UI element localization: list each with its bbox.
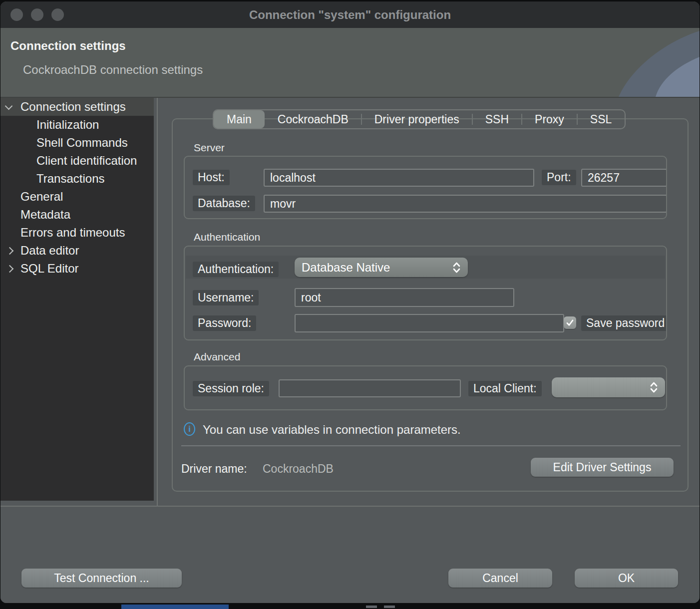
tab-driver-properties[interactable]: Driver properties	[361, 110, 472, 128]
sidebar-item-general[interactable]: General	[0, 188, 154, 206]
server-section-label: Server	[194, 142, 225, 154]
sidebar-item-initialization[interactable]: Initialization	[0, 116, 154, 134]
advanced-section-label: Advanced	[194, 351, 240, 363]
username-label: Username:	[193, 290, 259, 305]
tab-main[interactable]: Main	[214, 110, 265, 128]
page-title: Connection settings	[10, 39, 126, 53]
ok-button[interactable]: OK	[575, 569, 678, 588]
connection-config-dialog: Connection "system" configuration Connec…	[0, 1, 700, 603]
background-window-fragment	[366, 606, 377, 608]
dialog-body: Connection settings Initialization Shell…	[0, 98, 700, 506]
session-role-label: Session role:	[193, 381, 269, 396]
local-client-label: Local Client:	[468, 381, 542, 396]
driver-name-label: Driver name:	[181, 462, 247, 476]
host-input[interactable]	[264, 169, 534, 187]
decorative-swoosh	[585, 28, 700, 97]
traffic-lights	[10, 1, 64, 28]
main-pane: Main CockroachDB Driver properties SSH P…	[158, 98, 700, 506]
sidebar-item-data-editor[interactable]: Data editor	[0, 242, 154, 260]
driver-name-value: CockroachDB	[263, 462, 334, 476]
authentication-label: Authentication:	[193, 262, 279, 277]
popup-updown-icon	[650, 381, 658, 394]
page-subtitle: CockroachDB connection settings	[23, 63, 203, 77]
sidebar-item-client-identification[interactable]: Client identification	[0, 152, 154, 170]
edit-driver-settings-button[interactable]: Edit Driver Settings	[531, 458, 674, 477]
authentication-section-label: Authentication	[194, 231, 260, 243]
driver-divider	[181, 445, 681, 446]
local-client-select[interactable]	[552, 377, 665, 397]
password-label: Password:	[193, 315, 256, 331]
test-connection-button[interactable]: Test Connection ...	[21, 569, 182, 588]
page-header: Connection settings CockroachDB connecti…	[0, 28, 700, 98]
authentication-group: Authentication: Database Native Username…	[184, 246, 667, 340]
tab-cockroachdb[interactable]: CockroachDB	[265, 110, 361, 128]
dialog-footer: Test Connection ... Cancel OK	[0, 506, 700, 603]
sidebar-item-sql-editor[interactable]: SQL Editor	[0, 260, 154, 278]
info-message: You can use variables in connection para…	[203, 423, 461, 437]
server-group: Host: Port: Database:	[184, 156, 667, 219]
checkmark-icon	[565, 318, 575, 327]
database-label: Database:	[193, 196, 255, 211]
session-role-input[interactable]	[279, 379, 461, 397]
minimize-window-button[interactable]	[31, 8, 43, 21]
main-tab-panel: Server Host: Port: Database: Authenticat…	[172, 118, 689, 492]
host-label: Host:	[193, 170, 230, 185]
cancel-button[interactable]: Cancel	[448, 569, 552, 588]
sidebar-item-connection-settings[interactable]: Connection settings	[0, 98, 154, 116]
save-password-label[interactable]: Save password	[581, 315, 667, 331]
tab-ssl[interactable]: SSL	[577, 110, 625, 128]
tab-bar: Main CockroachDB Driver properties SSH P…	[213, 109, 626, 129]
window-title: Connection "system" configuration	[249, 8, 451, 22]
background-window-fragment	[384, 606, 395, 608]
sidebar-item-transactions[interactable]: Transactions	[0, 170, 154, 188]
sidebar-splitter[interactable]	[157, 98, 158, 506]
save-password-checkbox[interactable]	[564, 316, 576, 329]
username-input[interactable]	[295, 288, 514, 307]
tab-proxy[interactable]: Proxy	[522, 110, 577, 128]
settings-tree: Connection settings Initialization Shell…	[0, 98, 154, 501]
close-window-button[interactable]	[10, 8, 23, 21]
chevron-right-icon[interactable]	[6, 265, 14, 273]
title-bar: Connection "system" configuration	[0, 1, 700, 28]
sidebar-item-metadata[interactable]: Metadata	[0, 206, 154, 224]
tab-ssh[interactable]: SSH	[472, 110, 522, 128]
authentication-select[interactable]: Database Native	[295, 258, 468, 277]
background-window-fragment	[121, 605, 229, 609]
port-input[interactable]	[581, 169, 667, 187]
database-input[interactable]	[264, 195, 667, 213]
chevron-down-icon[interactable]	[5, 102, 13, 110]
password-input[interactable]	[295, 314, 564, 332]
maximize-window-button[interactable]	[51, 8, 64, 21]
port-label: Port:	[542, 170, 576, 185]
chevron-right-icon[interactable]	[6, 247, 14, 255]
info-icon: i	[184, 422, 195, 436]
sidebar-item-shell-commands[interactable]: Shell Commands	[0, 134, 154, 152]
sidebar-item-errors-and-timeouts[interactable]: Errors and timeouts	[0, 224, 154, 242]
popup-updown-icon	[452, 261, 461, 274]
advanced-group: Session role: Local Client:	[184, 365, 667, 410]
